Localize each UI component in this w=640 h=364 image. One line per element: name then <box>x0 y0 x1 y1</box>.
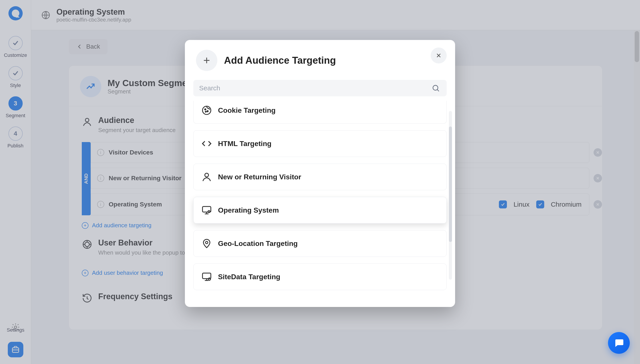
device-cog-icon <box>201 271 212 282</box>
close-button[interactable] <box>431 48 447 64</box>
pin-icon <box>201 238 212 249</box>
option-label: Geo-Location Targeting <box>218 240 298 248</box>
svg-point-6 <box>433 85 438 90</box>
option-html-targeting[interactable]: HTML Targeting <box>193 130 447 157</box>
targeting-options-list: Cookie Targeting HTML Targeting New or R… <box>185 100 455 307</box>
option-label: Operating System <box>218 206 279 214</box>
option-cookie-targeting[interactable]: Cookie Targeting <box>193 101 447 124</box>
close-icon <box>435 52 442 59</box>
person-icon <box>201 171 212 182</box>
chat-icon <box>613 338 624 348</box>
svg-point-10 <box>205 111 206 112</box>
modal-overlay[interactable]: + Add Audience Targeting Cookie Targetin… <box>0 0 640 364</box>
option-geolocation[interactable]: Geo-Location Targeting <box>193 230 447 257</box>
search-icon <box>432 84 440 92</box>
svg-point-11 <box>205 173 209 177</box>
options-scrollbar[interactable] <box>449 111 452 280</box>
svg-point-9 <box>207 110 208 112</box>
plus-icon: + <box>196 50 217 71</box>
modal-search <box>185 80 455 100</box>
option-label: Cookie Targeting <box>218 106 276 114</box>
option-operating-system[interactable]: Operating System <box>193 197 447 224</box>
svg-point-13 <box>208 211 210 213</box>
option-label: SiteData Targeting <box>218 273 280 281</box>
scrollbar-thumb[interactable] <box>449 126 452 242</box>
chat-fab[interactable] <box>608 332 630 354</box>
code-icon <box>201 138 212 149</box>
add-targeting-modal: + Add Audience Targeting Cookie Targetin… <box>185 40 455 307</box>
option-new-returning[interactable]: New or Returning Visitor <box>193 164 447 190</box>
modal-header: + Add Audience Targeting <box>185 40 455 80</box>
option-sitedata[interactable]: SiteData Targeting <box>193 264 447 290</box>
svg-point-16 <box>208 278 211 280</box>
device-icon <box>201 205 212 216</box>
cookie-icon <box>201 105 212 116</box>
search-input[interactable] <box>193 80 447 96</box>
option-label: New or Returning Visitor <box>218 173 301 181</box>
svg-point-8 <box>205 109 206 110</box>
svg-point-14 <box>205 242 208 244</box>
modal-title: Add Audience Targeting <box>224 55 336 66</box>
option-label: HTML Targeting <box>218 140 272 148</box>
